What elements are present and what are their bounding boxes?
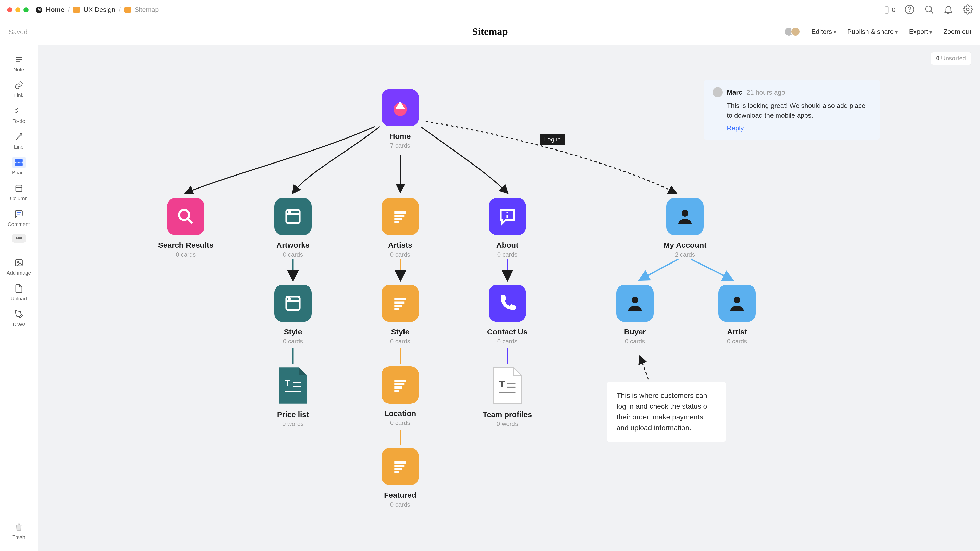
tool-upload[interactable]: Upload <box>0 280 38 305</box>
tool-label: Note <box>13 67 24 73</box>
folder-icon <box>73 6 80 13</box>
phone-icon <box>489 285 526 322</box>
publish-dropdown[interactable]: Publish & share <box>847 28 898 36</box>
maximize-window-icon[interactable] <box>24 7 29 13</box>
svg-rect-14 <box>19 159 22 162</box>
node-subtitle: 0 cards <box>602 338 668 345</box>
text-lines-icon <box>382 198 419 235</box>
unsorted-label: Unsorted <box>941 55 966 62</box>
node-subtitle: 0 cards <box>260 251 326 258</box>
node-title: Search Results <box>153 241 219 249</box>
svg-rect-16 <box>19 163 22 166</box>
node-team-profiles[interactable]: T Team profiles 0 words <box>474 366 541 427</box>
unsorted-pill[interactable]: 0Unsorted <box>931 52 971 65</box>
tool-label: Add image <box>6 270 31 276</box>
breadcrumb-home[interactable]: Home <box>46 6 64 14</box>
window-icon <box>274 285 312 322</box>
node-price-list[interactable]: T Price list 0 words <box>260 366 326 427</box>
node-featured[interactable]: Featured 0 cards <box>367 448 433 508</box>
bell-icon[interactable] <box>943 4 953 16</box>
info-chat-icon <box>489 198 526 235</box>
login-tag[interactable]: Log in <box>539 134 565 145</box>
tool-add-image[interactable]: Add image <box>0 254 38 279</box>
user-icon <box>718 285 756 322</box>
tool-board[interactable]: Board <box>0 154 38 179</box>
node-artists[interactable]: Artists 0 cards <box>367 198 433 258</box>
node-subtitle: 0 words <box>260 421 326 427</box>
home-icon <box>382 89 419 126</box>
svg-point-6 <box>966 8 969 11</box>
node-subtitle: 7 cards <box>367 142 433 149</box>
export-dropdown[interactable]: Export <box>909 28 932 36</box>
svg-point-4 <box>926 6 932 12</box>
tool-label: Board <box>12 170 25 176</box>
node-location[interactable]: Location 0 cards <box>367 366 433 427</box>
text-lines-icon <box>382 366 419 403</box>
help-icon[interactable] <box>904 4 915 16</box>
close-window-icon[interactable] <box>7 7 12 13</box>
editors-avatars[interactable] <box>787 27 800 36</box>
titlebar: M Home / UX Design / Sitemap 0 <box>0 0 980 20</box>
svg-line-5 <box>931 11 933 13</box>
node-buyer[interactable]: Buyer 0 cards <box>602 285 668 345</box>
svg-point-35 <box>288 211 290 213</box>
gear-icon[interactable] <box>963 4 973 16</box>
zoom-out-button[interactable]: Zoom out <box>943 28 971 36</box>
node-home[interactable]: Home 7 cards <box>367 89 433 149</box>
page-title[interactable]: Sitemap <box>472 25 508 38</box>
note-box[interactable]: This is where customers can log in and c… <box>607 382 726 442</box>
tool-trash[interactable]: Trash <box>0 519 38 544</box>
node-subtitle: 2 cards <box>652 251 718 258</box>
node-subtitle: 0 cards <box>260 338 326 345</box>
avatar <box>791 27 800 36</box>
node-subtitle: 0 cards <box>367 501 433 508</box>
reply-button[interactable]: Reply <box>713 124 871 132</box>
mobile-count[interactable]: 0 <box>883 6 895 14</box>
node-my-account[interactable]: My Account 2 cards <box>652 198 718 258</box>
svg-rect-13 <box>15 159 18 162</box>
tool-todo[interactable]: To-do <box>0 103 38 128</box>
tool-comment[interactable]: Comment <box>0 206 38 231</box>
node-subtitle: 0 cards <box>153 251 219 258</box>
node-title: About <box>474 241 541 249</box>
node-artworks[interactable]: Artworks 0 cards <box>260 198 326 258</box>
user-icon <box>616 285 654 322</box>
node-style-b[interactable]: Style 0 cards <box>367 285 433 345</box>
avatar <box>713 87 723 97</box>
node-subtitle: 0 cards <box>704 338 770 345</box>
breadcrumb-sitemap[interactable]: Sitemap <box>135 6 159 14</box>
svg-line-12 <box>16 134 22 140</box>
tool-label: Line <box>14 144 24 150</box>
tool-column[interactable]: Column <box>0 180 38 205</box>
svg-point-45 <box>288 298 290 300</box>
tool-label: Column <box>10 196 27 202</box>
node-title: Style <box>260 327 326 336</box>
comment-time: 21 hours ago <box>746 89 785 97</box>
app-logo-icon[interactable]: M <box>36 6 42 13</box>
svg-point-42 <box>682 210 688 217</box>
minimize-window-icon[interactable] <box>15 7 21 13</box>
folder-icon <box>124 6 131 13</box>
toolbar: Note Link To-do Line Board Column Commen… <box>0 45 38 551</box>
breadcrumb-ux[interactable]: UX Design <box>83 6 115 14</box>
node-about[interactable]: About 0 cards <box>474 198 541 258</box>
editors-dropdown[interactable]: Editors <box>811 28 836 36</box>
tool-label: Link <box>14 93 24 98</box>
window-icon <box>274 198 312 235</box>
node-subtitle: 0 words <box>474 421 541 427</box>
node-style-a[interactable]: Style 0 cards <box>260 285 326 345</box>
node-artist[interactable]: Artist 0 cards <box>704 285 770 345</box>
tool-label: Comment <box>8 221 30 227</box>
tool-note[interactable]: Note <box>0 51 38 76</box>
tool-line[interactable]: Line <box>0 128 38 154</box>
node-contact-us[interactable]: Contact Us 0 cards <box>474 285 541 345</box>
comment-box[interactable]: Marc 21 hours ago This is looking great!… <box>704 79 880 140</box>
svg-point-31 <box>179 210 189 220</box>
tool-draw[interactable]: Draw <box>0 306 38 331</box>
canvas[interactable]: 0Unsorted Home 7 cards <box>38 45 980 551</box>
search-icon <box>167 198 204 235</box>
node-search-results[interactable]: Search Results 0 cards <box>153 198 219 258</box>
tool-link[interactable]: Link <box>0 77 38 102</box>
tool-more[interactable] <box>0 231 38 246</box>
search-icon[interactable] <box>924 4 934 16</box>
